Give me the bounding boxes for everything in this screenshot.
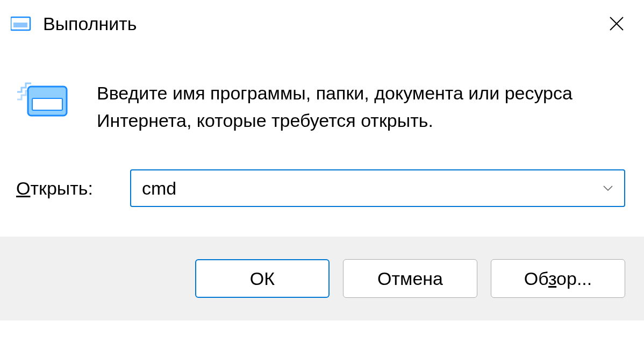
- close-button[interactable]: [608, 15, 625, 32]
- titlebar: Выполнить: [0, 0, 644, 47]
- svg-rect-1: [13, 23, 27, 27]
- cancel-button[interactable]: Отмена: [343, 259, 477, 298]
- description-row: Введите имя программы, папки, документа …: [16, 80, 625, 134]
- open-combobox[interactable]: [130, 169, 625, 207]
- ok-button[interactable]: ОК: [195, 259, 330, 298]
- description-text: Введите имя программы, папки, документа …: [97, 80, 625, 134]
- window-title: Выполнить: [43, 13, 137, 34]
- browse-button[interactable]: Обзор...: [491, 259, 625, 298]
- button-bar: ОК Отмена Обзор...: [0, 237, 644, 320]
- run-large-icon: [16, 82, 70, 120]
- titlebar-left: Выполнить: [11, 13, 137, 34]
- content-area: Введите имя программы, папки, документа …: [0, 47, 644, 237]
- svg-rect-5: [32, 98, 62, 110]
- open-input[interactable]: [130, 169, 625, 207]
- run-dialog-icon: [11, 13, 32, 34]
- input-row: Открыть:: [16, 169, 625, 207]
- open-label: Открыть:: [16, 178, 98, 199]
